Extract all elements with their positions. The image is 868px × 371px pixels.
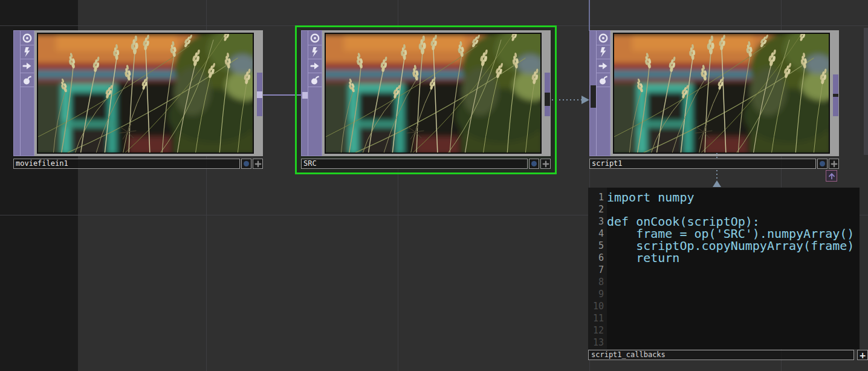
plus-icon [542, 160, 550, 168]
bomb-flag-button[interactable] [21, 73, 34, 87]
open-dat-button[interactable] [826, 170, 837, 182]
viewer-dot-icon [531, 161, 537, 166]
code-line: 11 [588, 312, 860, 324]
arrow-flag-icon [309, 60, 321, 72]
viewer-flag-button[interactable] [308, 31, 322, 45]
reference-wire-src-to-script1 [552, 99, 582, 100]
arrow-flag-icon [597, 60, 609, 72]
code-line: 3def onCook(scriptOp): [588, 215, 860, 228]
line-number: 3 [588, 215, 607, 228]
node-name-field[interactable]: script1 [589, 159, 816, 169]
node-viewer[interactable] [613, 33, 830, 154]
node-name-field[interactable]: SRC [301, 159, 528, 169]
network-editor[interactable]: moviefilein1 SRC [0, 0, 868, 371]
input-connector[interactable] [302, 92, 308, 99]
node-viewer[interactable] [325, 33, 542, 154]
node-flag-sidebar [301, 30, 322, 156]
bypass-flag-icon [21, 46, 33, 58]
code-line: 12 [588, 324, 860, 337]
dat-add-button[interactable]: + [857, 350, 868, 360]
bomb-flag-button[interactable] [308, 73, 322, 87]
viewer-dot-cell[interactable] [529, 159, 539, 169]
connector-block [257, 73, 262, 91]
viewer-dot-icon [820, 161, 825, 166]
arrow-flag-icon [21, 60, 33, 72]
node-moviefilein1[interactable]: moviefilein1 [13, 30, 263, 169]
line-number: 4 [588, 228, 607, 240]
code-text: def onCook(scriptOp): [607, 215, 760, 228]
bypass-flag-icon [597, 46, 609, 58]
connector-block [833, 97, 838, 116]
bomb-flag-icon [597, 74, 609, 86]
output-connector[interactable] [545, 93, 550, 106]
connector-block [545, 73, 550, 93]
viewer-dot-cell[interactable] [817, 159, 828, 169]
node-viewer[interactable] [37, 33, 254, 154]
connector-block [257, 98, 262, 116]
dock-wire-arrowhead-icon [713, 180, 721, 187]
code-line: 7 [588, 264, 860, 276]
node-name-field[interactable]: moviefilein1 [13, 159, 240, 169]
bypass-flag-button[interactable] [597, 45, 610, 59]
node-src[interactable]: SRC [301, 30, 551, 169]
offscreen-node-edge [864, 28, 868, 155]
output-connector-strip [832, 30, 839, 156]
bomb-flag-button[interactable] [597, 73, 610, 87]
dat-name-field[interactable]: script1_callbacks [588, 350, 854, 360]
reference-wire-arrowhead-icon [581, 96, 589, 104]
code-line: 9 [588, 288, 860, 300]
output-connector-strip [544, 30, 551, 156]
line-number: 7 [588, 264, 607, 276]
code-line: 6 return [588, 252, 860, 264]
connector-block [833, 74, 838, 94]
bypass-flag-button[interactable] [308, 45, 322, 59]
up-arrow-icon [827, 171, 837, 181]
viewer-dot-cell[interactable] [241, 159, 251, 169]
add-parameter-button[interactable] [253, 159, 263, 169]
code-line: 5 scriptOp.copyNumpyArray(frame) [588, 240, 860, 252]
output-connector[interactable] [257, 91, 262, 98]
arrow-flag-button[interactable] [597, 59, 610, 73]
dat-code-viewer[interactable]: 1import numpy23def onCook(scriptOp):4 fr… [588, 188, 860, 349]
code-line: 4 frame = op('SRC').numpyArray() [588, 228, 860, 240]
input-connector[interactable] [591, 85, 596, 108]
bomb-flag-icon [309, 74, 321, 86]
plus-icon [830, 160, 838, 168]
add-parameter-button[interactable] [540, 159, 551, 169]
bypass-flag-button[interactable] [21, 45, 34, 59]
arrow-flag-button[interactable] [21, 59, 34, 73]
code-text: import numpy [607, 191, 695, 203]
viewer-flag-icon [309, 32, 321, 44]
line-number: 2 [588, 203, 607, 215]
node-frame [34, 30, 256, 156]
dat-name-bar: script1_callbacks + [588, 350, 868, 360]
node-thumbnail [326, 34, 540, 153]
node-script1[interactable]: script1 [589, 30, 839, 169]
line-number: 6 [588, 252, 607, 264]
code-line: 8 [588, 276, 860, 288]
dock-wire-script1-to-dat [716, 170, 717, 180]
node-thumbnail [38, 34, 253, 153]
line-number: 5 [588, 240, 607, 252]
line-number: 11 [588, 312, 607, 324]
viewer-flag-button[interactable] [21, 31, 34, 45]
line-number: 12 [588, 324, 607, 337]
viewer-flag-button[interactable] [597, 31, 610, 45]
line-number: 9 [588, 288, 607, 300]
code-line: 13 [588, 337, 860, 349]
node-name-bar: script1 [589, 159, 839, 169]
arrow-flag-button[interactable] [308, 59, 322, 73]
node-name-bar: SRC [301, 159, 551, 169]
node-frame [611, 30, 832, 156]
node-name-bar: moviefilein1 [13, 159, 263, 169]
node-frame [322, 30, 544, 156]
grid-line-highlight [589, 0, 590, 31]
wire-moviefilein1-to-src [263, 94, 302, 96]
bypass-flag-icon [309, 46, 321, 58]
output-connector-strip [256, 30, 263, 156]
viewer-flag-icon [21, 32, 33, 44]
line-number: 8 [588, 276, 607, 288]
add-parameter-button[interactable] [829, 159, 839, 169]
viewer-dot-icon [244, 161, 249, 166]
code-lines: 1import numpy23def onCook(scriptOp):4 fr… [588, 191, 860, 349]
